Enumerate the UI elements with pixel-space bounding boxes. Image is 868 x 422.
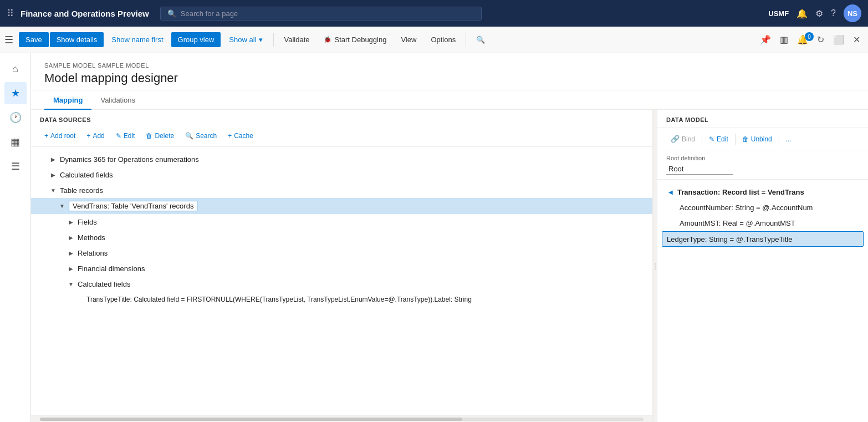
- sidebar-home-icon[interactable]: ⌂: [4, 58, 27, 80]
- dm-edit-button[interactable]: ✎ Edit: [704, 133, 733, 145]
- tree-item-ds10[interactable]: ▶ TransTypeTitle: Calculated field = FIR…: [31, 292, 652, 307]
- main-layout: ⌂ ★ 🕐 ▦ ☰ SAMPLE MODEL SAMPLE MODEL Mode…: [0, 53, 868, 422]
- tab-mapping[interactable]: Mapping: [44, 90, 91, 110]
- expand-icon-ds4: ▼: [58, 202, 67, 211]
- data-sources-toolbar: + Add root + Add ✎ Edit 🗑 Delete: [31, 128, 652, 147]
- page-content: SAMPLE MODEL SAMPLE MODEL Model mapping …: [31, 53, 868, 422]
- separator-1: [273, 33, 274, 47]
- pin-icon[interactable]: 📌: [757, 32, 774, 47]
- tree-item-ds7[interactable]: ▶ Relations: [31, 245, 652, 261]
- root-definition: Root definition Root: [657, 150, 868, 180]
- delete-button[interactable]: 🗑 Delete: [141, 130, 178, 142]
- sidebar-recent-icon[interactable]: 🕐: [4, 106, 27, 129]
- search-toolbar-button[interactable]: 🔍: [469, 32, 492, 47]
- nav-right: USMF 🔔 ⚙ ? NS: [768, 4, 861, 22]
- help-icon[interactable]: ?: [831, 8, 836, 18]
- expand-icon-ds3: ▼: [49, 186, 58, 195]
- chevron-down-icon: ▾: [259, 35, 263, 44]
- refresh-icon[interactable]: ↻: [814, 32, 828, 47]
- tree-item-ds5[interactable]: ▶ Fields: [31, 214, 652, 230]
- dm-separator-3: [779, 134, 779, 145]
- bind-button[interactable]: 🔗 Bind: [666, 133, 699, 145]
- main-toolbar: ☰ Save Show details Show name first Grou…: [0, 27, 868, 53]
- unbind-button[interactable]: 🗑 Unbind: [738, 133, 777, 145]
- more-options-button[interactable]: ...: [782, 133, 796, 145]
- breadcrumb: SAMPLE MODEL SAMPLE MODEL: [44, 62, 855, 69]
- bind-icon: 🔗: [671, 135, 680, 143]
- tree-item-ds4[interactable]: ▼ VendTrans: Table 'VendTrans' records: [31, 198, 652, 214]
- tree-item-ds1[interactable]: ▶ Dynamics 365 for Operations enumeratio…: [31, 151, 652, 167]
- cache-button[interactable]: + Cache: [223, 130, 258, 142]
- search-button[interactable]: 🔍 Search: [181, 130, 221, 142]
- show-all-button[interactable]: Show all ▾: [222, 32, 270, 48]
- add-root-icon: +: [44, 132, 48, 140]
- data-model-panel: DATA MODEL 🔗 Bind ✎ Edit 🗑 Unbind: [657, 110, 868, 422]
- maximize-icon[interactable]: ⬜: [830, 32, 847, 47]
- start-debugging-button[interactable]: 🐞 Start Debugging: [317, 32, 393, 47]
- add-button[interactable]: + Add: [82, 130, 109, 142]
- root-def-label: Root definition: [666, 155, 859, 161]
- dm-edit-icon: ✎: [709, 135, 714, 143]
- grid-icon[interactable]: ⠿: [7, 7, 14, 19]
- add-icon: +: [86, 132, 90, 140]
- dm-item-account-number[interactable]: AccountNumber: String = @.AccountNum: [657, 200, 868, 215]
- options-button[interactable]: Options: [424, 32, 462, 47]
- validate-button[interactable]: Validate: [277, 32, 316, 47]
- tree-item-ds2[interactable]: ▶ Calculated fields: [31, 167, 652, 182]
- group-view-button[interactable]: Group view: [171, 32, 221, 47]
- dm-item-amount-mst[interactable]: AmountMST: Real = @.AmountMST: [657, 215, 868, 231]
- edit-button[interactable]: ✎ Edit: [111, 130, 140, 142]
- search-panel-icon: 🔍: [185, 132, 193, 140]
- sidebar-favorites-icon[interactable]: ★: [4, 82, 27, 104]
- tree-item-ds3[interactable]: ▼ Table records: [31, 182, 652, 198]
- toolbar-right: 📌 ▥ 🔔 0 ↻ ⬜ ✕: [757, 32, 864, 47]
- close-icon[interactable]: ✕: [850, 32, 864, 47]
- expand-icon-ds5: ▶: [67, 217, 75, 226]
- data-sources-tree: ▶ Dynamics 365 for Operations enumeratio…: [31, 147, 652, 415]
- search-icon: 🔍: [167, 9, 176, 18]
- avatar[interactable]: NS: [844, 4, 861, 22]
- show-details-button[interactable]: Show details: [50, 32, 104, 47]
- separator-2: [466, 33, 466, 47]
- data-sources-panel: DATA SOURCES + Add root + Add ✎ Edit: [31, 110, 653, 422]
- badge-wrap: 🔔 0: [794, 34, 811, 45]
- cache-icon: +: [228, 132, 232, 140]
- notification-badge: 0: [805, 32, 814, 41]
- view-button[interactable]: View: [394, 32, 423, 47]
- top-nav: ⠿ Finance and Operations Preview 🔍 USMF …: [0, 0, 868, 27]
- sidebar-list-icon[interactable]: ☰: [4, 155, 27, 177]
- save-button[interactable]: Save: [19, 32, 49, 47]
- settings-icon[interactable]: ⚙: [815, 8, 823, 19]
- expand-icon-ds1: ▶: [49, 155, 58, 164]
- dm-item-transaction[interactable]: ◀ Transaction: Record list = VendTrans: [657, 184, 868, 200]
- data-model-toolbar: 🔗 Bind ✎ Edit 🗑 Unbind ...: [657, 128, 868, 150]
- page-title: Model mapping designer: [44, 71, 855, 85]
- horizontal-scrollbar[interactable]: [31, 415, 652, 422]
- edit-icon: ✎: [116, 132, 121, 140]
- left-sidebar: ⌂ ★ 🕐 ▦ ☰: [0, 53, 31, 422]
- data-model-header: DATA MODEL: [657, 110, 868, 128]
- sidebar-workspaces-icon[interactable]: ▦: [4, 131, 27, 153]
- dm-separator-2: [735, 134, 736, 145]
- tab-validations[interactable]: Validations: [91, 90, 144, 110]
- search-bar[interactable]: 🔍: [160, 7, 482, 21]
- expand-icon-ds6: ▶: [67, 233, 75, 242]
- menu-toggle-icon[interactable]: ☰: [4, 34, 13, 46]
- dm-item-ledger-type[interactable]: LedgerType: String = @.TransTypeTitle: [662, 231, 864, 247]
- app-title: Finance and Operations Preview: [21, 9, 149, 18]
- show-name-first-button[interactable]: Show name first: [105, 32, 170, 47]
- notification-icon[interactable]: 🔔: [796, 8, 808, 19]
- tree-item-ds9[interactable]: ▼ Calculated fields: [31, 276, 652, 292]
- root-value: Root: [666, 164, 733, 175]
- panel-icon[interactable]: ▥: [777, 32, 792, 47]
- tree-item-ds8[interactable]: ▶ Financial dimensions: [31, 261, 652, 276]
- search-input[interactable]: [181, 9, 474, 18]
- expand-icon-ds8: ▶: [67, 264, 75, 273]
- panel-divider[interactable]: [653, 110, 657, 422]
- add-root-button[interactable]: + Add root: [40, 130, 80, 142]
- data-model-tree: ◀ Transaction: Record list = VendTrans A…: [657, 180, 868, 422]
- dm-separator-1: [702, 134, 702, 145]
- tree-item-ds6[interactable]: ▶ Methods: [31, 230, 652, 245]
- data-sources-header: DATA SOURCES: [31, 110, 652, 128]
- delete-icon: 🗑: [146, 132, 152, 140]
